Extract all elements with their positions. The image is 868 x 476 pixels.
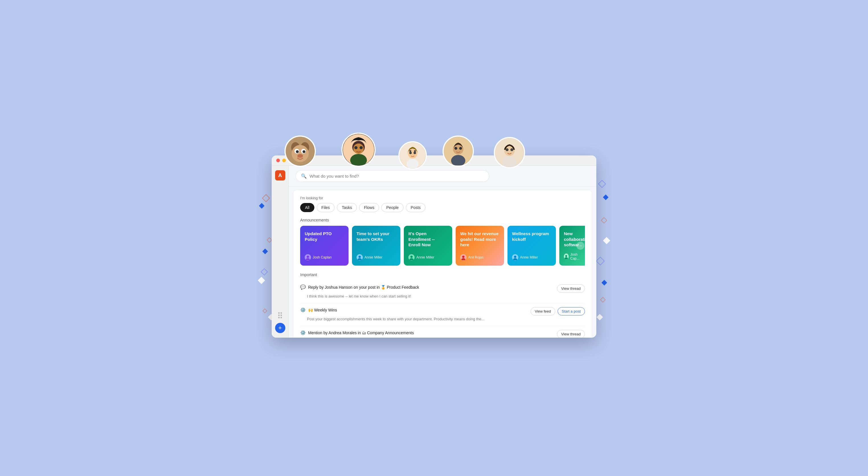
- announcement-card-revenue[interactable]: We hit our revenue goals! Read more here…: [456, 226, 504, 265]
- item-title-row: ⚙️ 🙌 Weekly Wins: [300, 307, 527, 313]
- deco-diamond: [262, 249, 268, 254]
- settings-icon: ⚙️: [300, 307, 306, 313]
- deco-diamond: [603, 194, 609, 200]
- item-title-mention: Mention by Andrea Morales in 🗂 Company A…: [308, 330, 414, 335]
- card-author-name: Annie Miller: [416, 255, 434, 259]
- deco-diamond: [601, 280, 607, 286]
- deco-shape: [262, 194, 270, 202]
- card-title-enrollment: It's Open Enrollment -- Enroll Now: [408, 231, 448, 251]
- card-author-name: Annie Miller: [520, 255, 538, 259]
- announcements-row: Updated PTO Policy Josh Caplan Time to s…: [300, 226, 585, 265]
- svg-point-17: [409, 152, 412, 154]
- card-author-avatar: [408, 254, 415, 260]
- app-logo: A: [275, 170, 285, 181]
- card-author-name: Josh Cap...: [570, 253, 584, 260]
- dot: [280, 312, 282, 314]
- important-title: Important: [300, 273, 585, 277]
- filter-label: I'm looking for: [300, 196, 585, 200]
- action-btns: View feed Start a post: [531, 307, 585, 315]
- search-input-wrap: 🔍: [296, 170, 489, 182]
- svg-point-8: [297, 154, 303, 158]
- svg-point-33: [307, 256, 309, 258]
- announcement-card-enrollment[interactable]: It's Open Enrollment -- Enroll Now Annie…: [404, 226, 452, 265]
- search-input[interactable]: [310, 174, 484, 179]
- item-header: ⚙️ Mention by Andrea Morales in 🗂 Compan…: [300, 330, 585, 338]
- card-title-wellness: Wellness program kickoff: [512, 231, 551, 251]
- traffic-light-yellow[interactable]: [282, 159, 286, 162]
- action-btns: View thread: [557, 330, 585, 338]
- card-author-revenue: Anil Rojas: [460, 254, 499, 260]
- important-item-weekly-wins: ⚙️ 🙌 Weekly Wins View feed Start a post …: [300, 303, 585, 326]
- announcement-card-okrs[interactable]: Time to set your team's OKRs Annie Mille…: [352, 226, 400, 265]
- deco-diamond: [603, 237, 610, 244]
- tab-all[interactable]: All: [300, 203, 314, 212]
- search-bar: 🔍: [289, 166, 596, 187]
- avatar-woman1: [341, 133, 376, 167]
- app-body: A + 🔍: [272, 166, 596, 338]
- card-author-enrollment: Annie Miller: [408, 254, 448, 260]
- svg-point-12: [354, 146, 358, 149]
- item-title-row: 💬 Reply by Joshua Hanson on your post in…: [300, 284, 554, 290]
- view-feed-button[interactable]: View feed: [531, 307, 555, 315]
- svg-point-45: [514, 256, 516, 258]
- tab-posts[interactable]: Posts: [406, 203, 426, 212]
- tab-flows[interactable]: Flows: [359, 203, 379, 212]
- deco-diamond: [258, 277, 265, 284]
- svg-point-29: [506, 148, 508, 151]
- avatar-man2: [494, 137, 525, 168]
- svg-point-7: [303, 150, 305, 153]
- card-title-revenue: We hit our revenue goals! Read more here: [460, 231, 499, 251]
- card-next-arrow[interactable]: →: [577, 242, 584, 250]
- view-thread-button-2[interactable]: View thread: [557, 330, 585, 338]
- svg-point-13: [360, 146, 363, 149]
- start-post-button[interactable]: Start a post: [558, 307, 585, 315]
- svg-point-30: [510, 148, 513, 151]
- filter-tabs: All Files Tasks Flows People Posts: [300, 203, 585, 212]
- deco-diamond: [597, 314, 603, 321]
- item-title-row: ⚙️ Mention by Andrea Morales in 🗂 Compan…: [300, 330, 554, 336]
- deco-shape: [596, 256, 604, 265]
- item-title-thread: Reply by Joshua Hanson on your post in 🏅…: [308, 285, 419, 289]
- deco-shape: [262, 309, 268, 313]
- svg-point-25: [459, 147, 462, 150]
- sidebar: A +: [272, 166, 289, 338]
- announcement-card-collab[interactable]: New collaboratio softwar → Josh Cap...: [559, 226, 585, 265]
- card-title-okrs: Time to set your team's OKRs: [356, 231, 396, 251]
- sidebar-grip: [278, 312, 282, 318]
- title-bar: [272, 155, 596, 166]
- search-icon: 🔍: [301, 173, 307, 179]
- dot: [278, 317, 280, 318]
- item-header: ⚙️ 🙌 Weekly Wins View feed Start a post: [300, 307, 585, 315]
- svg-point-39: [410, 256, 413, 258]
- mac-window: A + 🔍: [272, 155, 596, 338]
- card-author-avatar: [305, 254, 311, 260]
- traffic-light-red[interactable]: [276, 159, 280, 162]
- announcement-card-wellness[interactable]: Wellness program kickoff Annie Miller: [507, 226, 556, 265]
- action-btns: View thread: [557, 284, 585, 293]
- content-area: I'm looking for All Files Tasks Flows Pe…: [293, 190, 592, 338]
- thread-icon: 💬: [300, 284, 306, 290]
- tab-files[interactable]: Files: [317, 203, 335, 212]
- deco-shape: [598, 180, 606, 188]
- card-author-avatar: [512, 254, 518, 260]
- item-header: 💬 Reply by Joshua Hanson on your post in…: [300, 284, 585, 293]
- announcement-card-pto[interactable]: Updated PTO Policy Josh Caplan: [300, 226, 348, 265]
- tab-people[interactable]: People: [381, 203, 404, 212]
- announcements-title: Announcements: [300, 218, 585, 222]
- avatar-woman2: [398, 141, 427, 170]
- svg-point-42: [462, 256, 464, 258]
- view-thread-button-1[interactable]: View thread: [557, 284, 585, 293]
- svg-point-16: [408, 149, 417, 159]
- card-author-collab: Josh Cap...: [564, 253, 583, 260]
- avatar-man1: [442, 135, 474, 167]
- important-section: Important 💬 Reply by Joshua Hanson on yo…: [300, 273, 585, 338]
- tab-tasks[interactable]: Tasks: [337, 203, 357, 212]
- main-content: 🔍 I'm looking for All Files Tasks Flows: [289, 166, 596, 338]
- deco-shape: [267, 237, 272, 243]
- add-button[interactable]: +: [275, 323, 285, 333]
- card-author-avatar: [356, 254, 363, 260]
- deco-diamond: [259, 203, 265, 209]
- card-author-name: Anil Rojas: [468, 255, 484, 259]
- svg-point-6: [296, 150, 299, 153]
- dot: [280, 315, 282, 316]
